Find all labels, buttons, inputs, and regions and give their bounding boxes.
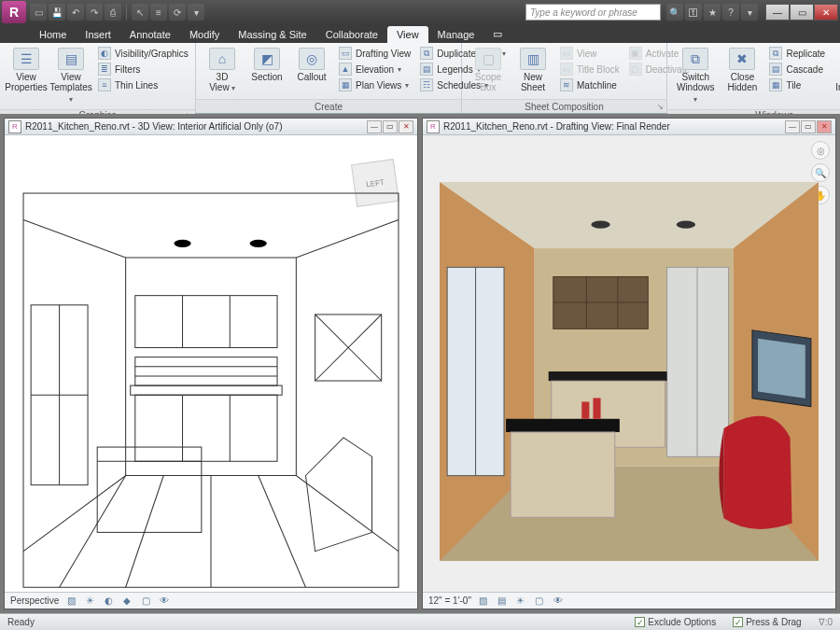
measure-icon[interactable]: ≡ bbox=[150, 4, 167, 21]
drafting-icon: ▭ bbox=[339, 47, 352, 60]
pointer-icon[interactable]: ↖ bbox=[132, 4, 148, 21]
tab-modify[interactable]: Modify bbox=[180, 26, 229, 43]
templates-icon: ▤ bbox=[58, 48, 84, 70]
visibility-icon: ◐ bbox=[98, 47, 111, 60]
panel-title-create: Create bbox=[196, 99, 461, 113]
tab-view[interactable]: View bbox=[387, 26, 428, 43]
user-interface-button[interactable]: ☰UserInterface bbox=[832, 46, 840, 106]
tab-annotate[interactable]: Annotate bbox=[120, 26, 180, 43]
qat-dropdown-icon[interactable]: ▾ bbox=[188, 4, 204, 21]
print-icon[interactable]: ⎙ bbox=[105, 4, 121, 21]
visual-style-icon[interactable]: ▨ bbox=[64, 595, 77, 608]
tile-button[interactable]: ▦Tile bbox=[766, 77, 828, 92]
close-hidden-button[interactable]: ✖CloseHidden bbox=[721, 46, 763, 94]
svg-rect-10 bbox=[135, 395, 277, 461]
view-properties-button[interactable]: ☰ViewProperties bbox=[6, 46, 47, 94]
replicate-button[interactable]: ⧉Replicate bbox=[766, 46, 828, 61]
redo-icon[interactable]: ↷ bbox=[86, 4, 103, 21]
infocenter: 🔍 ⚿ ★ ? ▾ bbox=[666, 4, 758, 21]
viewport-render[interactable]: ◎ 🔍 ✋ bbox=[423, 135, 835, 592]
section-button[interactable]: ◩Section bbox=[246, 46, 287, 84]
tab-manage[interactable]: Manage bbox=[428, 26, 484, 43]
title-block-button: ▭Title Block bbox=[557, 62, 623, 77]
crop-icon[interactable]: ▢ bbox=[139, 595, 152, 608]
filter-icon[interactable]: ∇:0 bbox=[819, 617, 833, 627]
sun-icon[interactable]: ☀ bbox=[83, 595, 96, 608]
view-scale-left[interactable]: Perspective bbox=[10, 595, 59, 606]
save-icon[interactable]: 💾 bbox=[49, 4, 65, 21]
view-templates-button[interactable]: ▤ViewTemplates bbox=[50, 46, 91, 106]
ribbon-tabs: Home Insert Annotate Modify Massing & Si… bbox=[0, 24, 840, 43]
doc-title-bar-left[interactable]: R R2011_Kitchen_Reno.rvt - 3D View: Inte… bbox=[5, 119, 417, 135]
doc-minimize-button[interactable]: — bbox=[367, 120, 382, 133]
tab-extra-icon[interactable]: ▭ bbox=[483, 25, 511, 43]
matchline-icon: ≋ bbox=[560, 78, 573, 91]
view-scale-right[interactable]: 12" = 1'-0" bbox=[428, 595, 471, 606]
filters-button[interactable]: ≣Filters bbox=[95, 62, 191, 77]
svg-rect-3 bbox=[135, 296, 277, 348]
legends-icon: ▤ bbox=[420, 63, 433, 76]
plan-views-button[interactable]: ▦Plan Views bbox=[336, 77, 413, 92]
press-drag-checkbox[interactable]: ✓Press & Drag bbox=[733, 617, 801, 627]
crop-icon[interactable]: ▢ bbox=[533, 595, 546, 608]
shadows-icon[interactable]: ◐ bbox=[102, 595, 115, 608]
sync-icon[interactable]: ⟳ bbox=[169, 4, 186, 21]
exclude-options-checkbox[interactable]: ✓Exclude Options bbox=[635, 617, 716, 627]
doc-maximize-button[interactable]: ▭ bbox=[801, 120, 816, 133]
chevron-down-icon[interactable]: ▾ bbox=[741, 4, 758, 21]
maximize-button[interactable]: ▭ bbox=[790, 4, 814, 21]
tile-icon: ▦ bbox=[769, 78, 782, 91]
callout-button[interactable]: ◎Callout bbox=[291, 46, 332, 84]
key-icon[interactable]: ⚿ bbox=[685, 4, 702, 21]
svg-rect-36 bbox=[553, 277, 649, 329]
binoculars-icon[interactable]: 🔍 bbox=[666, 4, 683, 21]
panel-graphics: ☰ViewProperties ▤ViewTemplates ◐Visibili… bbox=[0, 43, 196, 113]
new-sheet-button[interactable]: ▥NewSheet bbox=[512, 46, 553, 94]
viewport-3d[interactable]: LEFT bbox=[5, 135, 417, 592]
search-input[interactable]: Type a keyword or phrase bbox=[525, 4, 661, 21]
panel-arrow-icon[interactable]: ↘ bbox=[657, 103, 664, 111]
matchline-button[interactable]: ≋Matchline bbox=[557, 77, 623, 92]
panel-title-sheet: Sheet Composition↘ bbox=[462, 99, 666, 113]
app-menu-button[interactable]: R bbox=[2, 1, 26, 23]
minimize-button[interactable]: — bbox=[765, 4, 790, 21]
doc-close-button[interactable]: ✕ bbox=[399, 120, 413, 133]
svg-line-15 bbox=[60, 475, 126, 587]
zoom-icon[interactable]: 🔍 bbox=[811, 163, 830, 182]
tab-collaborate[interactable]: Collaborate bbox=[316, 26, 387, 43]
hide-icon[interactable]: 👁 bbox=[552, 595, 565, 608]
svg-rect-42 bbox=[506, 419, 620, 432]
sun-icon[interactable]: ☀ bbox=[514, 595, 527, 608]
cascade-button[interactable]: ▤Cascade bbox=[766, 62, 828, 77]
doc-maximize-button[interactable]: ▭ bbox=[383, 120, 398, 133]
panel-create: ⌂3DView ◩Section ◎Callout ▭Drafting View… bbox=[196, 43, 462, 113]
render-icon[interactable]: ◆ bbox=[120, 595, 133, 608]
tab-massing-site[interactable]: Massing & Site bbox=[229, 26, 315, 43]
thin-lines-button[interactable]: ≡Thin Lines bbox=[95, 77, 191, 92]
hide-icon[interactable]: 👁 bbox=[158, 595, 171, 608]
visual-style-icon[interactable]: ▨ bbox=[477, 595, 490, 608]
undo-icon[interactable]: ↶ bbox=[67, 4, 84, 21]
steering-wheel-icon[interactable]: ◎ bbox=[811, 141, 830, 160]
elevation-button[interactable]: ▲Elevation bbox=[336, 62, 413, 77]
document-icon: R bbox=[8, 120, 21, 133]
close-button[interactable]: ✕ bbox=[814, 4, 838, 21]
star-icon[interactable]: ★ bbox=[704, 4, 721, 21]
switch-windows-button[interactable]: ⧉SwitchWindows bbox=[673, 46, 718, 106]
tab-insert[interactable]: Insert bbox=[76, 26, 120, 43]
tab-home[interactable]: Home bbox=[30, 26, 76, 43]
open-icon[interactable]: ▭ bbox=[30, 4, 47, 21]
drafting-view-button[interactable]: ▭Drafting View bbox=[336, 46, 413, 61]
3d-view-button[interactable]: ⌂3DView bbox=[202, 46, 243, 95]
svg-rect-9 bbox=[131, 385, 282, 395]
visibility-graphics-button[interactable]: ◐Visibility/Graphics bbox=[95, 46, 191, 61]
doc-close-button[interactable]: ✕ bbox=[817, 120, 832, 133]
view-control-bar-right: 12" = 1'-0" ▨ ▤ ☀ ▢ 👁 bbox=[423, 592, 835, 609]
svg-point-26 bbox=[250, 240, 267, 247]
doc-minimize-button[interactable]: — bbox=[785, 120, 800, 133]
rendered-image bbox=[440, 182, 819, 561]
detail-icon[interactable]: ▤ bbox=[496, 595, 509, 608]
help-icon[interactable]: ? bbox=[722, 4, 739, 21]
doc-title-bar-right[interactable]: R R2011_Kitchen_Reno.rvt - Drafting View… bbox=[423, 119, 835, 135]
title-bar: R ▭ 💾 ↶ ↷ ⎙ ↖ ≡ ⟳ ▾ Type a keyword or ph… bbox=[0, 0, 840, 24]
